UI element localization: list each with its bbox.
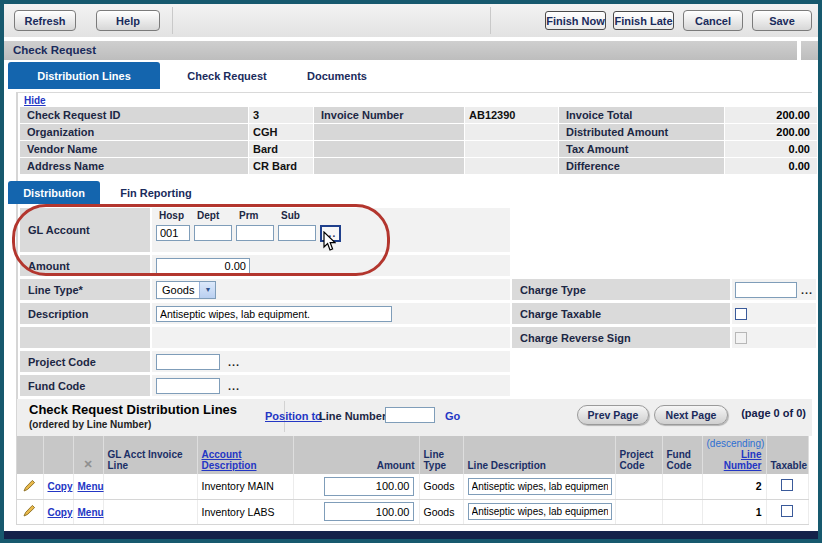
col-amount: Amount xyxy=(293,436,419,474)
account-description-sort-link[interactable]: Account Description xyxy=(202,449,257,471)
bottom-status-bar xyxy=(4,531,818,539)
summary-empty-cell xyxy=(314,158,464,174)
line-type-cell: Goods xyxy=(419,474,463,499)
invoice-total-label: Invoice Total xyxy=(559,107,724,123)
line-type-field: Goods ▼ xyxy=(152,279,510,300)
amount-input[interactable] xyxy=(156,258,250,274)
charge-type-field: ... xyxy=(732,279,816,300)
go-button[interactable]: Go xyxy=(445,410,460,422)
help-button[interactable]: Help xyxy=(96,10,160,31)
title-bar-segment xyxy=(801,41,818,60)
tab-check-request[interactable]: Check Request xyxy=(172,62,282,89)
title-bar: Check Request xyxy=(4,41,797,60)
menu-link[interactable]: Menu xyxy=(78,507,104,518)
line-type-selected-value: Goods xyxy=(157,284,199,296)
summary-empty-cell xyxy=(314,124,464,140)
distribution-lines-table: ✕ GL Acct Invoice Line Account Descripti… xyxy=(17,436,809,525)
toolbar-divider xyxy=(490,7,491,34)
project-code-label: Project Code xyxy=(20,351,150,372)
line-type-select[interactable]: Goods ▼ xyxy=(156,281,216,299)
tab-fin-reporting[interactable]: Fin Reporting xyxy=(108,181,204,204)
fund-code-cell xyxy=(662,499,702,524)
refresh-button[interactable]: Refresh xyxy=(14,10,76,31)
gl-account-lookup-button[interactable]: ... xyxy=(320,225,341,242)
fund-code-lookup-button[interactable]: ... xyxy=(228,380,240,392)
finish-late-button[interactable]: Finish Late xyxy=(613,11,674,30)
copy-link[interactable]: Copy xyxy=(48,481,73,492)
fund-code-input[interactable] xyxy=(156,378,220,394)
content-divider xyxy=(16,92,812,93)
copy-link[interactable]: Copy xyxy=(48,507,73,518)
form-empty-label xyxy=(20,327,150,348)
prev-page-button[interactable]: Prev Page xyxy=(577,405,649,425)
gl-sub-input[interactable] xyxy=(278,225,316,241)
fund-code-cell xyxy=(662,474,702,499)
descending-indicator: (descending) xyxy=(707,438,765,449)
charge-type-lookup-button[interactable]: ... xyxy=(801,284,813,296)
delete-column-icon[interactable]: ✕ xyxy=(83,458,92,470)
menu-link[interactable]: Menu xyxy=(78,481,104,492)
charge-taxable-checkbox[interactable] xyxy=(735,308,747,320)
row-amount-input[interactable] xyxy=(324,477,414,496)
summary-empty-cell xyxy=(465,124,558,140)
check-request-id-value: 3 xyxy=(249,107,313,123)
summary-empty-cell xyxy=(314,141,464,157)
account-description-cell: Inventory LABS xyxy=(197,499,293,524)
save-button[interactable]: Save xyxy=(752,10,812,31)
fund-code-field: ... xyxy=(152,375,510,396)
col-fund-code: Fund Code xyxy=(662,436,702,474)
charge-type-input[interactable] xyxy=(735,282,797,298)
col-taxable: Taxable xyxy=(766,436,808,474)
tab-distribution[interactable]: Distribution xyxy=(8,181,100,204)
table-header-row: ✕ GL Acct Invoice Line Account Descripti… xyxy=(17,436,808,474)
line-number-sort-link[interactable]: Line Number xyxy=(724,449,762,471)
tax-amount-label: Tax Amount xyxy=(559,141,724,157)
distributed-amount-value: 200.00 xyxy=(725,124,817,140)
position-to-link[interactable]: Position to xyxy=(265,410,322,422)
description-input[interactable] xyxy=(156,306,392,322)
gl-segment-prm-label: Prm xyxy=(239,210,258,221)
summary-empty-cell xyxy=(465,158,558,174)
col-edit xyxy=(17,436,43,474)
row-taxable-checkbox[interactable] xyxy=(781,505,793,517)
edit-pencil-icon[interactable] xyxy=(23,504,36,517)
project-code-cell xyxy=(615,474,662,499)
row-amount-input[interactable] xyxy=(324,502,414,521)
charge-type-label: Charge Type xyxy=(512,279,730,300)
toolbar: Refresh Help Finish Now Finish Late Canc… xyxy=(4,4,818,39)
charge-taxable-label: Charge Taxable xyxy=(512,303,730,324)
address-name-label: Address Name xyxy=(20,158,248,174)
tab-distribution-lines[interactable]: Distribution Lines xyxy=(8,62,160,89)
edit-pencil-icon[interactable] xyxy=(23,479,36,492)
project-code-lookup-button[interactable]: ... xyxy=(228,356,240,368)
position-line-number-input[interactable] xyxy=(385,407,435,423)
section-title: Check Request Distribution Lines xyxy=(29,402,237,417)
ellipsis-icon: ... xyxy=(325,228,336,239)
chevron-down-icon: ▼ xyxy=(199,282,215,298)
description-field xyxy=(152,303,510,324)
project-code-input[interactable] xyxy=(156,354,220,370)
col-account-description: Account Description xyxy=(197,436,293,474)
charge-reverse-sign-field xyxy=(732,327,816,348)
cancel-button[interactable]: Cancel xyxy=(683,10,743,31)
invoice-total-value: 200.00 xyxy=(725,107,817,123)
distributed-amount-label: Distributed Amount xyxy=(559,124,724,140)
tab-documents[interactable]: Documents xyxy=(294,62,380,89)
row-line-description-input[interactable] xyxy=(468,503,612,520)
gl-account-label: GL Account xyxy=(20,208,150,252)
row-taxable-checkbox[interactable] xyxy=(781,479,793,491)
hide-link[interactable]: Hide xyxy=(24,95,46,106)
gl-dept-input[interactable] xyxy=(194,225,232,241)
amount-label: Amount xyxy=(20,255,150,276)
col-line-description: Line Description xyxy=(463,436,615,474)
table-row: Copy Menu Inventory MAIN Goods 2 xyxy=(17,474,808,499)
next-page-button[interactable]: Next Page xyxy=(654,405,728,425)
col-delete: ✕ xyxy=(73,436,103,474)
gl-hosp-input[interactable] xyxy=(156,225,190,241)
gl-prm-input[interactable] xyxy=(236,225,274,241)
finish-now-button[interactable]: Finish Now xyxy=(545,11,606,30)
row-line-description-input[interactable] xyxy=(468,478,612,495)
ellipsis-icon: ... xyxy=(228,380,240,392)
toolbar-divider xyxy=(172,7,173,34)
line-type-label: Line Type* xyxy=(20,279,150,300)
